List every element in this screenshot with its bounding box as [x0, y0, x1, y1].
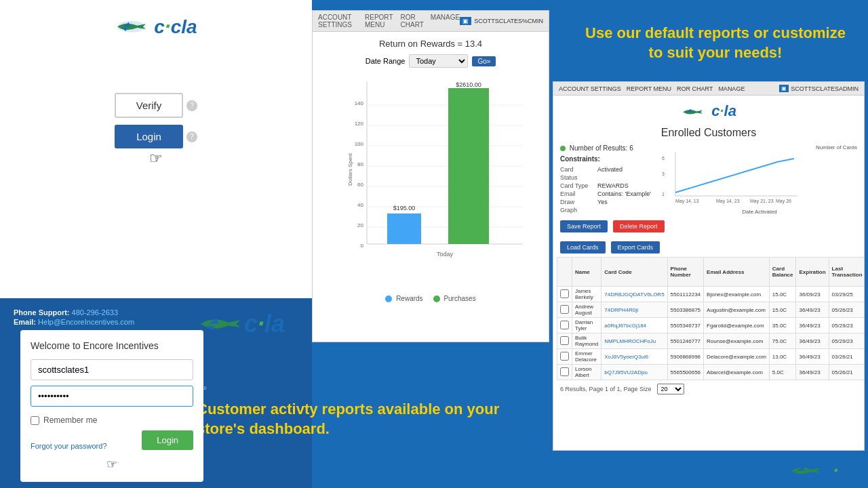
nav-manage[interactable]: MANAGE [431, 14, 460, 28]
svg-text:May 14, 23: May 14, 23 [716, 199, 740, 204]
constraint-email: EmailContains: 'Example' [560, 190, 655, 197]
cell-name: James Berkely [572, 287, 601, 302]
go-button[interactable]: Go» [472, 56, 496, 66]
cell-email: Abarcel@example.com [704, 365, 770, 380]
mini-chart-svg: May 14, 13 May 14, 23 May 21, 23 May 26 … [662, 152, 797, 206]
phone-link[interactable]: 480-296-2633 [72, 308, 119, 317]
enrolled-nav-account[interactable]: ACCOUNT SETTINGS [559, 85, 621, 92]
cell-email: Delacore@example.com [704, 349, 770, 365]
cell-exp: 36/49/23 [796, 365, 829, 380]
row-checkbox[interactable] [560, 367, 569, 376]
svg-text:$195.00: $195.00 [393, 205, 416, 211]
cell-balance: 15.0C [769, 302, 796, 318]
enrolled-nav-ror[interactable]: ROR CHART [677, 85, 713, 92]
enrolled-panel-logo: c·la [553, 96, 864, 127]
export-cards-button[interactable]: Export Cards [611, 241, 660, 253]
row-checkbox[interactable] [560, 352, 569, 361]
row-checkbox[interactable] [560, 321, 569, 329]
table-row: Darrian Tyler a0RqJ67bcGj184 5505346737 … [557, 318, 865, 333]
cursor-icon: ☞ [146, 148, 166, 169]
enrolled-panel-nav: ACCOUNT SETTINGS REPORT MENU ROR CHART M… [553, 82, 864, 96]
remember-me-checkbox[interactable] [31, 416, 39, 425]
cell-exp: 36/09/23 [796, 287, 829, 302]
bar-chart-svg: 0 20 40 60 80 100 120 140 $195.00 [347, 81, 530, 271]
chart-panel-content: Return on Rewards = 13.4 Date Range Toda… [313, 32, 549, 309]
enrolled-title: Enrolled Customers [553, 127, 864, 139]
cell-name: Lorson Albert [572, 365, 601, 380]
constraints-panel: Number of Results: 6 Constraints: CardAc… [560, 144, 655, 215]
legend-purchases: Purchases [433, 295, 476, 302]
cell-phone: 5501112234 [667, 287, 704, 302]
remember-me-label: Remember me [43, 415, 97, 425]
enrolled-table: Name Card Code Phone Number Email Addres… [557, 257, 864, 380]
nav-report-menu[interactable]: REPORT MENU [365, 14, 394, 28]
row-checkbox[interactable] [560, 289, 569, 298]
col-name: Name [572, 258, 601, 287]
date-range-label: Date Range [366, 57, 406, 65]
enrolled-user-badge: ▣ [779, 85, 789, 92]
nav-account-settings[interactable]: ACCOUNT SETTINGS [318, 14, 358, 28]
bottom-right-logo-text: c·la [823, 460, 854, 481]
svg-text:60: 60 [357, 182, 363, 188]
logo-text: c·cla [154, 14, 197, 39]
cell-name: Bulik Raymond [572, 333, 601, 349]
load-cards-button[interactable]: Load Cards [560, 241, 606, 253]
row-checkbox[interactable] [560, 305, 569, 314]
col-balance: Card Balance [769, 258, 796, 287]
date-activated-label: Date Activated [662, 209, 857, 215]
svg-text:Dollars Spent: Dollars Spent [347, 152, 353, 186]
table-container: Name Card Code Phone Number Email Addres… [553, 257, 864, 380]
svg-text:120: 120 [355, 121, 364, 127]
cell-email: Augustin@example.com [704, 302, 770, 318]
date-range-select[interactable]: Today This Week This Month [409, 54, 468, 68]
forgot-password-link[interactable]: Forgot your password? [31, 442, 107, 450]
cell-email: Fgarolid@example.com [704, 318, 770, 333]
col-exp: Expiration [796, 258, 829, 287]
svg-text:20: 20 [357, 222, 363, 228]
action-buttons: Save Report Delete Report [553, 215, 864, 238]
chart-legend: Rewards Purchases [319, 295, 542, 302]
mini-chart: Number of Cards May 14, 13 May 14, 23 Ma… [662, 144, 857, 215]
cell-balance: 13.0C [769, 349, 796, 365]
svg-text:May 26: May 26 [776, 199, 791, 204]
table-row: James Berkely 74DRBJGQDATV6LOR5 55011122… [557, 287, 865, 302]
table-row: Andrew August 74DRPH4R0jl 5503386875 Aug… [557, 302, 865, 318]
email-link[interactable]: Help@EncoreIncentives.com [38, 318, 134, 326]
login-button[interactable]: Login [115, 125, 183, 148]
enrolled-nav-report[interactable]: REPORT MENU [627, 85, 671, 92]
cell-exp: 36/49/23 [796, 302, 829, 318]
cell-email: Rounse@example.com [704, 333, 770, 349]
svg-text:3: 3 [662, 171, 665, 176]
cell-balance: 5.0C [769, 365, 796, 380]
bottom-logo-area: c·la [197, 308, 285, 339]
cell-phone: 5503386875 [667, 302, 704, 318]
enrolled-nav-manage[interactable]: MANAGE [718, 85, 745, 92]
login-form: Welcome to Encore Incentives Remember me… [20, 330, 203, 482]
table-row: Lorson Albert bQ7J95VU2ADpu 5565500656 A… [557, 365, 865, 380]
verify-button[interactable]: Verify [115, 93, 184, 118]
right-text-top: Use our default reports or customize to … [563, 10, 868, 76]
table-row: Emmer Delacore XoJ6V5yoerQ3ul6 590686899… [557, 349, 865, 365]
svg-text:Today: Today [437, 251, 454, 258]
row-checkbox[interactable] [560, 336, 569, 345]
cell-name: Darrian Tyler [572, 318, 601, 333]
cell-card-code: bQ7J95VU2ADpu [601, 365, 667, 380]
login-info-icon: ? [186, 131, 197, 142]
password-input[interactable] [31, 386, 193, 407]
svg-text:0: 0 [361, 243, 364, 249]
login-submit-button[interactable]: Login [142, 430, 193, 450]
chart-panel-nav: ACCOUNT SETTINGS REPORT MENU ROR CHART M… [313, 11, 549, 32]
cell-exp: 36/49/23 [796, 349, 829, 365]
page-size-select[interactable]: 20 50 100 [657, 384, 684, 394]
cell-phone: 5565500656 [667, 365, 704, 380]
constraints-title: Constraints: [560, 155, 655, 163]
num-results: Number of Results: 6 [560, 144, 655, 152]
username-input[interactable] [31, 359, 193, 380]
mini-chart-label: Number of Cards [662, 144, 857, 150]
cell-last-trans: 05/29/23 [829, 333, 864, 349]
delete-report-button[interactable]: Delete Report [613, 220, 665, 232]
bottom-logo-text: c·la [244, 310, 285, 338]
enrolled-panel-user: ▣ SCOTTSCLATESADMIN [779, 85, 859, 92]
nav-ror-chart[interactable]: ROR CHART [401, 14, 424, 28]
save-report-button[interactable]: Save Report [560, 220, 608, 232]
